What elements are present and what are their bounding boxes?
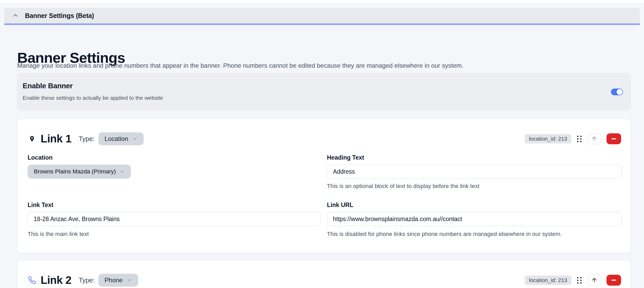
phone-icon bbox=[28, 276, 36, 284]
enable-banner-card: Enable Banner Enable these settings to a… bbox=[17, 73, 631, 111]
link-2-remove-button[interactable] bbox=[607, 275, 621, 286]
drag-handle-icon[interactable] bbox=[577, 277, 582, 284]
top-strip bbox=[0, 0, 644, 4]
minus-icon bbox=[611, 280, 616, 281]
link-url-input[interactable] bbox=[327, 212, 622, 226]
banner-settings-section-header[interactable]: Banner Settings (Beta) bbox=[4, 8, 640, 25]
enable-banner-toggle[interactable] bbox=[611, 89, 623, 95]
enable-banner-title: Enable Banner bbox=[23, 82, 623, 90]
link-1-type-select[interactable]: Location bbox=[98, 132, 144, 145]
minus-icon bbox=[611, 138, 616, 139]
link-2-header-actions: location_id: 213 bbox=[525, 275, 621, 286]
arrow-up-icon bbox=[591, 277, 598, 284]
chevron-down-icon bbox=[132, 136, 137, 141]
heading-text-input[interactable] bbox=[327, 165, 622, 179]
section-title: Banner Settings (Beta) bbox=[25, 12, 94, 20]
link-1-location-id-badge: location_id: 213 bbox=[525, 134, 571, 143]
link-2-card: Link 2 Type: Phone location_id: 213 bbox=[17, 260, 631, 288]
drag-handle-icon[interactable] bbox=[577, 135, 582, 143]
link-text-help: This is the main link text bbox=[28, 231, 89, 237]
link-1-remove-button[interactable] bbox=[607, 133, 621, 144]
enable-banner-description: Enable these settings to actually be app… bbox=[23, 95, 623, 101]
link-1-title: Link 1 bbox=[41, 133, 71, 145]
link-1-card: Link 1 Type: Location location_id: 213 L… bbox=[17, 118, 631, 253]
link-2-header: Link 2 Type: Phone location_id: 213 bbox=[28, 273, 621, 288]
link-2-type-label: Type: bbox=[79, 277, 94, 284]
page-subtitle: Manage your location links and phone num… bbox=[17, 62, 463, 69]
link-url-label: Link URL bbox=[327, 202, 353, 209]
link-text-input[interactable] bbox=[28, 212, 321, 226]
link-url-help: This is disabled for phone links since p… bbox=[327, 231, 562, 237]
location-label: Location bbox=[28, 154, 53, 161]
arrow-up-icon bbox=[591, 135, 598, 142]
heading-text-label: Heading Text bbox=[327, 154, 364, 161]
chevron-up-icon bbox=[12, 12, 19, 19]
location-select-value: Browns Plains Mazda (Primary) bbox=[34, 168, 116, 175]
link-2-type-select[interactable]: Phone bbox=[98, 274, 138, 287]
link-1-type-label: Type: bbox=[79, 135, 94, 143]
chevron-down-icon bbox=[127, 278, 132, 283]
link-2-location-id-badge: location_id: 213 bbox=[525, 276, 571, 285]
link-2-type-value: Phone bbox=[105, 277, 123, 284]
heading-text-help: This is an optional block of text to dis… bbox=[327, 183, 479, 190]
location-select[interactable]: Browns Plains Mazda (Primary) bbox=[28, 165, 131, 179]
chevron-down-icon bbox=[119, 169, 125, 174]
link-1-move-up-button[interactable] bbox=[587, 133, 601, 144]
link-1-header-actions: location_id: 213 bbox=[525, 133, 621, 144]
link-1-header: Link 1 Type: Location location_id: 213 bbox=[28, 131, 621, 146]
link-text-label: Link Text bbox=[28, 202, 53, 209]
link-1-type-value: Location bbox=[105, 135, 128, 142]
toggle-knob bbox=[617, 89, 622, 95]
link-2-title: Link 2 bbox=[41, 274, 71, 286]
link-2-move-up-button[interactable] bbox=[587, 275, 601, 286]
location-pin-icon bbox=[28, 135, 36, 143]
